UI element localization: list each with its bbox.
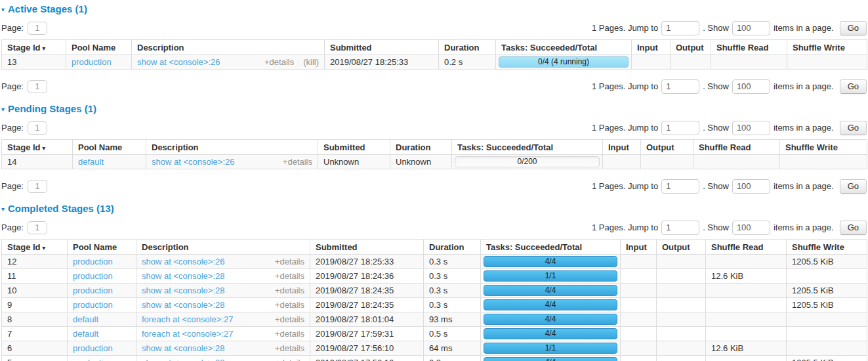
jump-to-page-input[interactable] xyxy=(661,79,699,94)
details-toggle[interactable]: +details xyxy=(275,328,304,339)
column-header[interactable]: Shuffle Write xyxy=(787,40,867,55)
column-header[interactable]: Submitted xyxy=(310,240,424,255)
details-toggle[interactable]: +details xyxy=(264,56,294,68)
details-toggle[interactable]: +details xyxy=(275,256,304,267)
jump-to-page-input[interactable] xyxy=(661,179,699,194)
submitted-time: 2019/08/27 18:25:33 xyxy=(310,255,424,269)
column-header[interactable]: Shuffle Read xyxy=(711,40,787,55)
stage-description-link[interactable]: show at <console>:28 xyxy=(142,285,275,296)
stage-description-link[interactable]: show at <console>:26 xyxy=(137,56,264,68)
shuffle-write-size: 1205.5 KiB xyxy=(787,284,867,298)
jump-to-page-input[interactable] xyxy=(661,121,699,135)
pool-name-link[interactable]: production xyxy=(73,300,113,310)
details-toggle[interactable]: +details xyxy=(283,156,312,167)
column-header[interactable]: Output xyxy=(671,40,711,55)
column-header[interactable]: Pool Name xyxy=(66,40,132,55)
details-toggle[interactable]: +details xyxy=(275,357,304,361)
column-header[interactable]: Pool Name xyxy=(73,140,146,155)
items-per-page-input[interactable] xyxy=(732,121,770,135)
tasks-progress-bar: 4/4 xyxy=(484,314,617,325)
description-cell: show at <console>:26+details xyxy=(136,255,310,269)
details-toggle[interactable]: +details xyxy=(275,343,304,354)
output-size xyxy=(657,298,706,312)
column-header[interactable]: Tasks: Succeeded/Total xyxy=(481,240,621,255)
jump-to-page-input[interactable] xyxy=(661,221,699,235)
pool-name-link[interactable]: production xyxy=(73,343,113,353)
stage-description-link[interactable]: show at <console>:26 xyxy=(142,256,275,267)
items-per-page-input[interactable] xyxy=(732,21,770,35)
output-size xyxy=(671,55,711,70)
pool-name-link[interactable]: production xyxy=(72,57,112,67)
details-toggle[interactable]: +details xyxy=(275,314,304,325)
column-header[interactable]: Description xyxy=(146,140,318,155)
column-header[interactable]: Input xyxy=(632,40,671,55)
pool-name-link[interactable]: default xyxy=(78,157,104,167)
column-header[interactable]: Input xyxy=(621,240,657,255)
column-header[interactable]: Description xyxy=(132,40,325,55)
column-header[interactable]: Pool Name xyxy=(68,240,136,255)
column-header[interactable]: Stage Id ▾ xyxy=(2,140,73,155)
pool-name-link[interactable]: default xyxy=(73,329,98,339)
stage-description-link[interactable]: show at <console>:28 xyxy=(142,343,275,354)
items-per-page-input[interactable] xyxy=(732,221,770,235)
pool-name-link[interactable]: production xyxy=(73,358,113,361)
stage-description-link[interactable]: foreach at <console>:27 xyxy=(142,314,275,325)
page-number-input[interactable] xyxy=(28,180,47,193)
go-button[interactable]: Go xyxy=(840,221,867,235)
completed-stages-header[interactable]: ▾ Completed Stages (13) xyxy=(1,203,868,214)
column-header[interactable]: Shuffle Read xyxy=(706,240,787,255)
jump-to-page-input[interactable] xyxy=(661,21,699,35)
stage-description-link[interactable]: show at <console>:28 xyxy=(142,299,275,310)
details-toggle[interactable]: +details xyxy=(275,270,304,282)
shuffle-read-size xyxy=(706,312,787,327)
output-size xyxy=(657,269,706,284)
column-header[interactable]: Stage Id ▾ xyxy=(2,240,68,255)
input-size xyxy=(621,356,657,361)
go-button[interactable]: Go xyxy=(840,21,867,35)
stage-id: 7 xyxy=(2,327,68,341)
shuffle-write-size xyxy=(787,55,867,70)
column-header[interactable]: Duration xyxy=(390,140,452,155)
pool-name-link[interactable]: production xyxy=(73,257,113,266)
pool-name-link[interactable]: default xyxy=(73,314,98,324)
stage-description-link[interactable]: show at <console>:26 xyxy=(152,156,283,167)
pool-name-cell: production xyxy=(68,255,136,269)
page-number-input[interactable] xyxy=(28,221,47,234)
column-header[interactable]: Submitted xyxy=(325,40,439,55)
column-header[interactable]: Input xyxy=(603,140,641,155)
column-header[interactable]: Shuffle Write xyxy=(787,240,867,255)
pool-name-link[interactable]: production xyxy=(73,271,113,281)
go-button[interactable]: Go xyxy=(840,121,867,135)
column-header[interactable]: Stage Id ▾ xyxy=(2,40,66,55)
pending-stages-header[interactable]: ▾ Pending Stages (1) xyxy=(1,103,868,114)
stage-description-link[interactable]: show at <console>:28 xyxy=(142,357,275,361)
column-header[interactable]: Duration xyxy=(424,240,481,255)
column-header[interactable]: Tasks: Succeeded/Total xyxy=(452,140,603,155)
page-number-input[interactable] xyxy=(28,121,47,135)
stage-id: 14 xyxy=(2,155,73,169)
description-cell: foreach at <console>:27+details xyxy=(136,312,310,327)
column-header[interactable]: Shuffle Read xyxy=(693,140,780,155)
details-toggle[interactable]: +details xyxy=(275,285,304,296)
go-button[interactable]: Go xyxy=(840,79,867,94)
column-header[interactable]: Description xyxy=(136,240,310,255)
active-stages-header[interactable]: ▾ Active Stages (1) xyxy=(1,3,868,14)
column-header[interactable]: Output xyxy=(641,140,693,155)
column-header[interactable]: Duration xyxy=(439,40,496,55)
stage-description-link[interactable]: show at <console>:28 xyxy=(142,270,275,282)
page-number-input[interactable] xyxy=(28,22,47,35)
items-per-page-input[interactable] xyxy=(732,179,770,194)
tasks-progress-bar: 4/4 xyxy=(484,299,617,310)
column-header[interactable]: Output xyxy=(657,240,706,255)
stage-description-link[interactable]: foreach at <console>:27 xyxy=(142,328,275,339)
pool-name-link[interactable]: production xyxy=(73,286,113,295)
details-toggle[interactable]: +details xyxy=(275,299,304,310)
items-per-page-input[interactable] xyxy=(732,79,770,94)
pending-stages-section: ▾ Pending Stages (1) Page: 1 Pages. Jump… xyxy=(0,103,868,194)
column-header[interactable]: Shuffle Write xyxy=(780,140,867,155)
column-header[interactable]: Submitted xyxy=(318,140,390,155)
page-number-input[interactable] xyxy=(28,80,47,93)
go-button[interactable]: Go xyxy=(840,179,867,194)
kill-link[interactable]: (kill) xyxy=(303,56,319,68)
column-header[interactable]: Tasks: Succeeded/Total xyxy=(496,40,632,55)
